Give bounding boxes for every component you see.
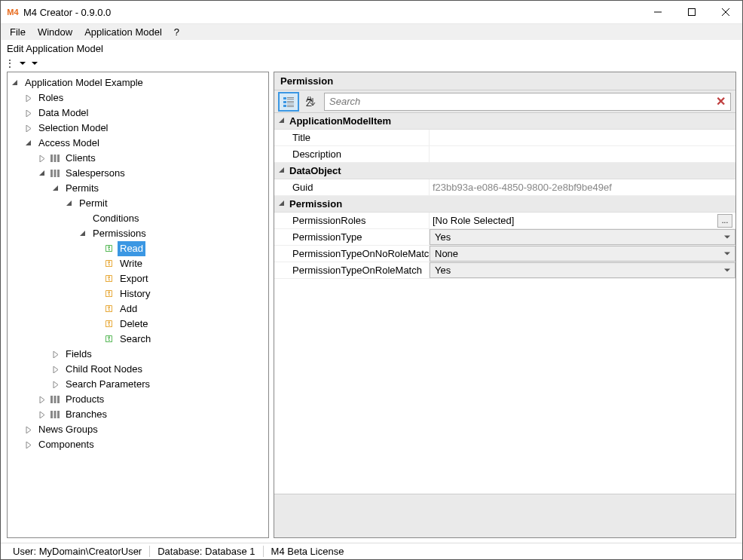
prop-title[interactable]: Title <box>274 130 735 146</box>
svg-rect-5 <box>54 155 57 162</box>
prop-role-match[interactable]: PermissionTypeOnRoleMatchYes <box>274 262 735 279</box>
collapse-icon[interactable] <box>38 169 47 178</box>
clear-icon[interactable]: ✕ <box>716 94 726 109</box>
tree-permissions[interactable]: Permissions <box>77 226 267 241</box>
collapse-icon[interactable] <box>277 117 286 126</box>
expand-icon[interactable] <box>38 395 47 404</box>
table-icon <box>50 170 60 177</box>
expand-icon[interactable] <box>51 365 60 374</box>
tree-data-model[interactable]: Data Model <box>23 106 267 121</box>
svg-rect-24 <box>287 106 294 107</box>
window-title: M4 Creator - 0.9.0.0 <box>23 7 641 18</box>
prop-desc-value[interactable] <box>430 146 735 162</box>
expand-icon[interactable] <box>38 154 47 163</box>
category-app-item[interactable]: ApplicationModelItem <box>274 113 735 130</box>
tree-search[interactable]: ⚿Search <box>90 332 267 347</box>
collapse-icon[interactable] <box>78 229 87 238</box>
expand-icon[interactable] <box>24 440 33 449</box>
chevron-down-icon <box>724 268 730 274</box>
tree-add[interactable]: ⚿Add <box>90 301 267 317</box>
tree-search-params[interactable]: Search Parameters <box>50 377 267 392</box>
maximize-button[interactable] <box>674 1 708 23</box>
category-dataobject[interactable]: DataObject <box>274 163 735 179</box>
collapse-icon[interactable] <box>277 200 286 209</box>
tree-write[interactable]: ⚿Write <box>90 256 267 271</box>
expand-icon[interactable] <box>51 350 60 359</box>
search-input[interactable] <box>329 96 716 107</box>
collapse-icon[interactable] <box>11 78 20 87</box>
prop-norole-select[interactable]: None <box>430 246 735 262</box>
tree-access-model[interactable]: Access Model <box>23 136 267 151</box>
svg-rect-14 <box>54 411 57 418</box>
ellipsis-button[interactable]: ... <box>717 214 732 228</box>
prop-description[interactable]: Description <box>274 146 735 163</box>
tree-panel[interactable]: Application Model Example Roles Data Mod… <box>7 72 269 538</box>
tree-root[interactable]: Application Model Example <box>9 75 267 90</box>
menu-file[interactable]: File <box>4 25 32 39</box>
prop-permission-type[interactable]: PermissionTypeYes <box>274 229 735 246</box>
tree-delete[interactable]: ⚿Delete <box>90 317 267 332</box>
expand-icon[interactable] <box>24 124 33 133</box>
categorize-button[interactable] <box>279 93 298 111</box>
collapse-icon[interactable] <box>65 199 74 208</box>
svg-rect-12 <box>57 396 60 403</box>
toolbar-dropdown-button[interactable] <box>30 59 39 68</box>
expand-icon[interactable] <box>38 410 47 419</box>
svg-rect-8 <box>54 170 57 177</box>
svg-rect-4 <box>50 155 53 162</box>
menu-window[interactable]: Window <box>32 25 78 39</box>
prop-type-select[interactable]: Yes <box>430 229 735 245</box>
prop-rolematch-select[interactable]: Yes <box>430 262 735 278</box>
key-icon: ⚿ <box>104 256 115 271</box>
tree-products[interactable]: Products <box>36 392 267 407</box>
collapse-icon[interactable] <box>277 167 286 176</box>
tree-read[interactable]: ⚿Read <box>90 241 267 256</box>
tree-selection-model[interactable]: Selection Model <box>23 121 267 136</box>
svg-rect-18 <box>287 99 294 99</box>
svg-rect-19 <box>283 101 286 103</box>
tree-history[interactable]: ⚿History <box>90 286 267 301</box>
key-icon: ⚿ <box>104 317 115 332</box>
tree-export[interactable]: ⚿Export <box>90 271 267 286</box>
prop-permission-roles[interactable]: PermissionRoles[No Role Selected]... <box>274 213 735 229</box>
prop-roles-value[interactable]: [No Role Selected]... <box>430 213 735 228</box>
expand-icon[interactable] <box>24 109 33 118</box>
tree-fields[interactable]: Fields <box>50 347 267 362</box>
menu-help[interactable]: ? <box>168 25 185 39</box>
key-icon: ⚿ <box>104 332 115 347</box>
expand-icon[interactable] <box>51 380 60 389</box>
properties-title: Permission <box>274 72 735 90</box>
prop-title-value[interactable] <box>430 130 735 145</box>
tree-clients[interactable]: Clients <box>36 151 267 166</box>
tree-child-root-nodes[interactable]: Child Root Nodes <box>50 362 267 377</box>
svg-text:Z: Z <box>306 97 312 107</box>
main-content: Application Model Example Roles Data Mod… <box>1 70 742 543</box>
tree-permits[interactable]: Permits <box>50 181 267 196</box>
tree-conditions[interactable]: Conditions <box>77 211 267 226</box>
alphabetical-button[interactable]: AZ <box>301 93 321 111</box>
collapse-icon[interactable] <box>24 139 33 148</box>
menubar: File Window Application Model ? <box>1 23 742 40</box>
menu-application-model[interactable]: Application Model <box>78 25 168 39</box>
category-permission[interactable]: Permission <box>274 196 735 213</box>
svg-rect-22 <box>283 105 286 107</box>
svg-rect-23 <box>287 105 294 106</box>
tree-roles[interactable]: Roles <box>23 90 267 106</box>
close-button[interactable] <box>708 1 742 23</box>
table-icon <box>50 396 60 403</box>
tree-branches[interactable]: Branches <box>36 407 267 422</box>
tree-permit[interactable]: Permit <box>63 196 267 211</box>
svg-rect-20 <box>287 101 294 102</box>
tree-salespersons[interactable]: Salespersons <box>36 166 267 181</box>
expand-icon[interactable] <box>24 93 33 103</box>
toolbar-expand-button[interactable] <box>18 59 27 68</box>
tree-components[interactable]: Components <box>23 437 267 452</box>
minimize-button[interactable] <box>641 1 674 23</box>
tree-news-groups[interactable]: News Groups <box>23 422 267 437</box>
search-box[interactable]: ✕ <box>324 93 731 111</box>
svg-rect-10 <box>50 396 53 403</box>
key-icon: ⚿ <box>104 301 115 317</box>
expand-icon[interactable] <box>24 425 33 434</box>
collapse-icon[interactable] <box>51 184 60 193</box>
prop-no-role-match[interactable]: PermissionTypeOnNoRoleMatchNone <box>274 246 735 262</box>
